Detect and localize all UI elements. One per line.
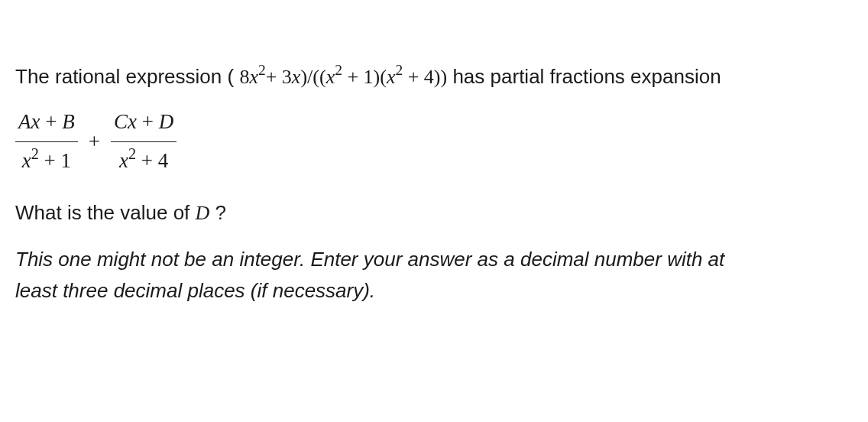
num-pow-2a: 2 [258,62,266,78]
hint-paragraph: This one might not be an integer. Enter … [15,244,853,306]
den-var-x1: x [326,66,335,88]
fraction-2-denominator: x2 + 4 [116,145,171,177]
num-coef-3: 3 [282,66,292,88]
num-coef-8: 8 [239,66,249,88]
f1-den-pow: 2 [31,145,39,162]
intro-paragraph: The rational expression ( 8x2+ 3x)/((x2 … [15,61,853,93]
den-var-x2: x [387,66,396,88]
fraction-1: Ax + B x2 + 1 [15,106,78,177]
fraction-2-numerator: Cx + D [111,106,177,138]
partial-fraction-expansion: Ax + B x2 + 1 + Cx + D x2 + 4 [15,106,853,177]
term-B: B [62,110,75,133]
f1-den-rest: + 1 [39,149,71,172]
rational-expression: 8x2+ 3x)/((x2 + 1)(x2 + 4)) [239,66,447,88]
fraction-2: Cx + D x2 + 4 [111,106,177,177]
term-D: D [159,110,174,133]
question-pre: What is the value of [15,201,196,224]
f2-den-pow: 2 [128,145,136,162]
fraction-1-denominator: x2 + 1 [19,145,74,177]
intro-text-pre: The rational expression ( [15,65,239,88]
f1-den-x: x [22,149,31,172]
hint-line-2: least three decimal places (if necessary… [15,275,853,306]
fraction-2-bar [111,141,177,142]
den-open: (( [313,66,326,88]
fraction-1-numerator: Ax + B [15,106,78,138]
num-plus: + [266,66,282,88]
num-var-x2: x [292,66,301,88]
num-close-paren: ) [300,66,307,88]
den-pow-2b: 2 [395,62,403,78]
den-mid2: + 4)) [403,66,447,88]
question-line: What is the value of D ? [15,197,853,229]
f2-den-x: x [119,149,128,172]
plus-between-fractions: + [86,126,103,158]
f2-den-rest: + 4 [136,149,168,172]
term-plus-2: + [137,110,159,133]
question-post: ? [209,201,226,224]
term-plus-1: + [40,110,62,133]
term-Cx: Cx [114,110,137,133]
num-var-x1: x [249,66,258,88]
problem-body: The rational expression ( 8x2+ 3x)/((x2 … [0,0,868,335]
term-Ax: Ax [18,110,40,133]
question-var-D: D [196,202,210,224]
den-pow-2a: 2 [335,62,342,78]
hint-line-1: This one might not be an integer. Enter … [15,244,853,274]
intro-text-post: has partial fractions expansion [447,65,721,88]
fraction-1-bar [15,141,78,142]
den-mid1: + 1)( [342,66,387,88]
